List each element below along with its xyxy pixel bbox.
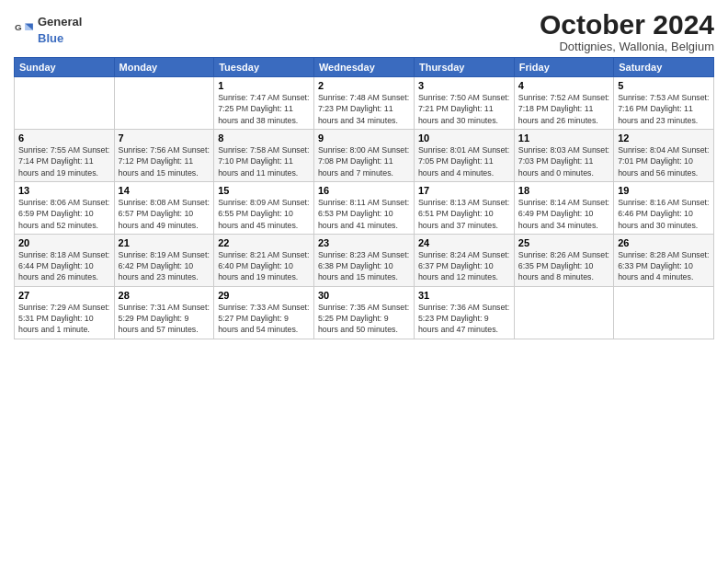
col-thursday: Thursday xyxy=(414,58,514,77)
table-row: 4Sunrise: 7:52 AM Sunset: 7:18 PM Daylig… xyxy=(514,77,613,130)
page-container: G General Blue October 2024 Dottignies, … xyxy=(0,0,728,344)
calendar-week-row: 1Sunrise: 7:47 AM Sunset: 7:25 PM Daylig… xyxy=(15,77,714,130)
table-row: 2Sunrise: 7:48 AM Sunset: 7:23 PM Daylig… xyxy=(313,77,414,130)
table-row: 23Sunrise: 8:23 AM Sunset: 6:38 PM Dayli… xyxy=(313,234,414,286)
table-row: 22Sunrise: 8:21 AM Sunset: 6:40 PM Dayli… xyxy=(214,234,314,286)
table-row: 7Sunrise: 7:56 AM Sunset: 7:12 PM Daylig… xyxy=(114,129,214,181)
table-row: 15Sunrise: 8:09 AM Sunset: 6:55 PM Dayli… xyxy=(214,181,314,234)
table-row: 24Sunrise: 8:24 AM Sunset: 6:37 PM Dayli… xyxy=(414,234,514,286)
day-info: Sunrise: 8:18 AM Sunset: 6:44 PM Dayligh… xyxy=(18,249,110,283)
day-info: Sunrise: 7:52 AM Sunset: 7:18 PM Dayligh… xyxy=(518,92,609,126)
table-row: 11Sunrise: 8:03 AM Sunset: 7:03 PM Dayli… xyxy=(514,129,613,181)
day-info: Sunrise: 8:19 AM Sunset: 6:42 PM Dayligh… xyxy=(119,249,210,283)
day-number: 30 xyxy=(318,290,410,301)
day-number: 16 xyxy=(318,185,410,196)
logo-icon: G xyxy=(14,19,34,40)
table-row: 28Sunrise: 7:31 AM Sunset: 5:29 PM Dayli… xyxy=(114,286,214,339)
calendar-header-row: Sunday Monday Tuesday Wednesday Thursday… xyxy=(15,58,714,77)
day-info: Sunrise: 8:09 AM Sunset: 6:55 PM Dayligh… xyxy=(218,197,310,231)
day-info: Sunrise: 7:47 AM Sunset: 7:25 PM Dayligh… xyxy=(218,92,310,126)
day-info: Sunrise: 8:06 AM Sunset: 6:59 PM Dayligh… xyxy=(18,197,110,231)
day-number: 31 xyxy=(418,290,510,301)
day-info: Sunrise: 8:26 AM Sunset: 6:35 PM Dayligh… xyxy=(518,249,609,283)
day-number: 21 xyxy=(119,237,210,248)
day-number: 25 xyxy=(518,237,609,248)
calendar-week-row: 13Sunrise: 8:06 AM Sunset: 6:59 PM Dayli… xyxy=(15,181,714,234)
table-row: 16Sunrise: 8:11 AM Sunset: 6:53 PM Dayli… xyxy=(313,181,414,234)
col-saturday: Saturday xyxy=(614,58,714,77)
day-number: 20 xyxy=(18,237,110,248)
day-info: Sunrise: 7:55 AM Sunset: 7:14 PM Dayligh… xyxy=(18,144,110,178)
day-info: Sunrise: 7:58 AM Sunset: 7:10 PM Dayligh… xyxy=(218,144,310,178)
day-info: Sunrise: 7:56 AM Sunset: 7:12 PM Dayligh… xyxy=(119,144,210,178)
table-row: 29Sunrise: 7:33 AM Sunset: 5:27 PM Dayli… xyxy=(214,286,314,339)
day-number: 11 xyxy=(518,132,609,144)
day-number: 5 xyxy=(618,80,710,91)
title-block: October 2024 Dottignies, Wallonia, Belgi… xyxy=(540,9,714,53)
col-tuesday: Tuesday xyxy=(214,58,314,77)
day-number: 8 xyxy=(218,132,310,144)
day-number: 12 xyxy=(618,132,710,144)
table-row: 1Sunrise: 7:47 AM Sunset: 7:25 PM Daylig… xyxy=(214,77,314,130)
day-number: 3 xyxy=(418,80,510,91)
table-row: 20Sunrise: 8:18 AM Sunset: 6:44 PM Dayli… xyxy=(15,234,115,286)
table-row: 3Sunrise: 7:50 AM Sunset: 7:21 PM Daylig… xyxy=(414,77,514,130)
day-number: 6 xyxy=(18,132,110,144)
month-title: October 2024 xyxy=(540,9,714,40)
day-info: Sunrise: 7:35 AM Sunset: 5:25 PM Dayligh… xyxy=(318,302,410,336)
day-number: 23 xyxy=(318,237,410,248)
day-number: 14 xyxy=(119,185,210,196)
day-number: 4 xyxy=(518,80,609,91)
day-number: 26 xyxy=(618,237,710,248)
table-row: 21Sunrise: 8:19 AM Sunset: 6:42 PM Dayli… xyxy=(114,234,214,286)
day-info: Sunrise: 8:28 AM Sunset: 6:33 PM Dayligh… xyxy=(618,249,710,283)
header: G General Blue October 2024 Dottignies, … xyxy=(14,9,714,53)
table-row: 17Sunrise: 8:13 AM Sunset: 6:51 PM Dayli… xyxy=(414,181,514,234)
day-number: 2 xyxy=(318,80,410,91)
table-row: 18Sunrise: 8:14 AM Sunset: 6:49 PM Dayli… xyxy=(514,181,613,234)
calendar: Sunday Monday Tuesday Wednesday Thursday… xyxy=(14,57,714,339)
table-row xyxy=(15,77,115,130)
col-monday: Monday xyxy=(114,58,214,77)
logo-text: General Blue xyxy=(38,13,82,46)
day-number: 28 xyxy=(119,290,210,301)
logo-blue: Blue xyxy=(38,31,63,45)
day-number: 7 xyxy=(119,132,210,144)
calendar-week-row: 27Sunrise: 7:29 AM Sunset: 5:31 PM Dayli… xyxy=(15,286,714,339)
day-number: 17 xyxy=(418,185,510,196)
day-info: Sunrise: 8:23 AM Sunset: 6:38 PM Dayligh… xyxy=(318,249,410,283)
table-row: 30Sunrise: 7:35 AM Sunset: 5:25 PM Dayli… xyxy=(313,286,414,339)
day-info: Sunrise: 7:48 AM Sunset: 7:23 PM Dayligh… xyxy=(318,92,410,126)
day-info: Sunrise: 8:21 AM Sunset: 6:40 PM Dayligh… xyxy=(218,249,310,283)
col-wednesday: Wednesday xyxy=(313,58,414,77)
table-row xyxy=(114,77,214,130)
svg-text:G: G xyxy=(15,22,22,32)
day-number: 15 xyxy=(218,185,310,196)
day-number: 1 xyxy=(218,80,310,91)
day-number: 9 xyxy=(318,132,410,144)
calendar-week-row: 20Sunrise: 8:18 AM Sunset: 6:44 PM Dayli… xyxy=(15,234,714,286)
table-row: 19Sunrise: 8:16 AM Sunset: 6:46 PM Dayli… xyxy=(614,181,714,234)
table-row: 10Sunrise: 8:01 AM Sunset: 7:05 PM Dayli… xyxy=(414,129,514,181)
table-row: 14Sunrise: 8:08 AM Sunset: 6:57 PM Dayli… xyxy=(114,181,214,234)
day-info: Sunrise: 7:50 AM Sunset: 7:21 PM Dayligh… xyxy=(418,92,510,126)
day-info: Sunrise: 7:53 AM Sunset: 7:16 PM Dayligh… xyxy=(618,92,710,126)
day-info: Sunrise: 8:24 AM Sunset: 6:37 PM Dayligh… xyxy=(418,249,510,283)
day-info: Sunrise: 8:11 AM Sunset: 6:53 PM Dayligh… xyxy=(318,197,410,231)
table-row xyxy=(514,286,613,339)
table-row: 27Sunrise: 7:29 AM Sunset: 5:31 PM Dayli… xyxy=(15,286,115,339)
location: Dottignies, Wallonia, Belgium xyxy=(540,40,714,53)
table-row: 9Sunrise: 8:00 AM Sunset: 7:08 PM Daylig… xyxy=(313,129,414,181)
col-friday: Friday xyxy=(514,58,613,77)
day-number: 19 xyxy=(618,185,710,196)
day-info: Sunrise: 8:04 AM Sunset: 7:01 PM Dayligh… xyxy=(618,144,710,178)
day-info: Sunrise: 8:13 AM Sunset: 6:51 PM Dayligh… xyxy=(418,197,510,231)
day-info: Sunrise: 8:08 AM Sunset: 6:57 PM Dayligh… xyxy=(119,197,210,231)
table-row xyxy=(614,286,714,339)
day-info: Sunrise: 8:01 AM Sunset: 7:05 PM Dayligh… xyxy=(418,144,510,178)
day-info: Sunrise: 7:31 AM Sunset: 5:29 PM Dayligh… xyxy=(119,302,210,336)
col-sunday: Sunday xyxy=(15,58,115,77)
day-number: 27 xyxy=(18,290,110,301)
table-row: 5Sunrise: 7:53 AM Sunset: 7:16 PM Daylig… xyxy=(614,77,714,130)
day-number: 24 xyxy=(418,237,510,248)
